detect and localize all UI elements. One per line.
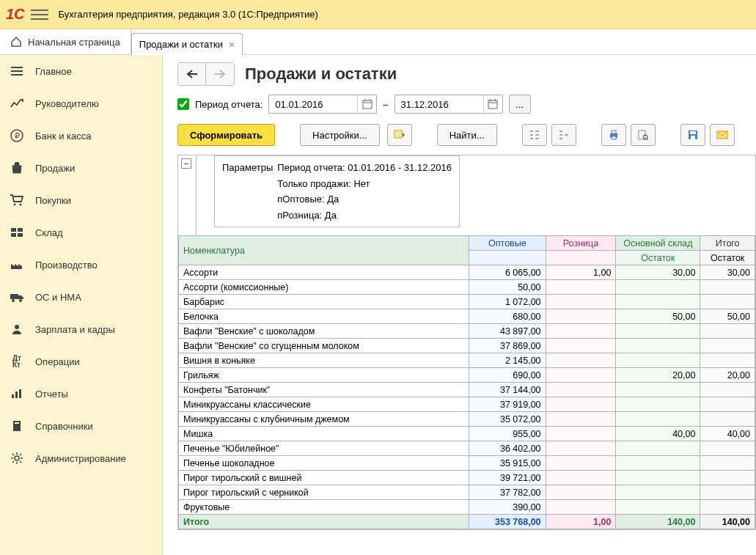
table-row[interactable]: Ассорти (комиссионные)50,00 bbox=[179, 280, 755, 295]
table-row[interactable]: Мишка955,0040,0040,00 bbox=[179, 427, 755, 441]
table-row[interactable]: Ассорти6 065,001,0030,0030,00 bbox=[179, 265, 755, 280]
cell-roz bbox=[546, 353, 616, 368]
table-row[interactable]: Вишня в коньяке2 145,00 bbox=[179, 353, 755, 368]
table-row[interactable]: Вафли "Венские" со сгущенным молоком37 8… bbox=[179, 339, 755, 353]
sidebar-label: ОС и НМА bbox=[35, 292, 81, 303]
chart-icon bbox=[9, 95, 25, 111]
person-icon bbox=[9, 321, 25, 337]
menu-icon[interactable] bbox=[31, 6, 48, 23]
table-row[interactable]: Печенье шоколадное35 915,00 bbox=[179, 456, 755, 471]
table-row[interactable]: Вафли "Венские" с шоколадом43 897,00 bbox=[179, 324, 755, 339]
options-dropdown-button[interactable] bbox=[387, 124, 412, 146]
data-table: Номенклатура Оптовые Розница Основной ск… bbox=[178, 235, 755, 529]
sidebar-item-2[interactable]: ₽Банк и касса bbox=[0, 120, 162, 152]
table-row[interactable]: Миникруассаны классические37 919,00 bbox=[179, 397, 755, 412]
cell-opt: 1 072,00 bbox=[469, 295, 546, 309]
settings-button[interactable]: Настройки... bbox=[300, 124, 380, 146]
table-row[interactable]: Миникруассаны с клубничным джемом35 072,… bbox=[179, 412, 755, 427]
sidebar-item-0[interactable]: Главное bbox=[0, 55, 162, 87]
table-row[interactable]: Печенье "Юбилейное"36 402,00 bbox=[179, 441, 755, 456]
sidebar-label: Отчеты bbox=[35, 389, 68, 400]
date-to-box bbox=[394, 95, 503, 114]
sidebar-item-6[interactable]: Производство bbox=[0, 249, 162, 281]
expand-tree-button[interactable] bbox=[522, 124, 547, 146]
tab-active[interactable]: Продажи и остатки × bbox=[131, 33, 243, 55]
table-row[interactable]: Барбарис1 072,00 bbox=[179, 295, 755, 309]
gear-icon bbox=[9, 450, 25, 466]
back-button[interactable] bbox=[178, 63, 206, 85]
svg-rect-28 bbox=[612, 131, 616, 133]
find-button[interactable]: Найти... bbox=[437, 124, 497, 146]
cell-sklad bbox=[616, 383, 700, 397]
col-warehouse[interactable]: Основной склад bbox=[616, 236, 700, 251]
cell-sklad bbox=[616, 500, 700, 515]
cell-roz bbox=[546, 295, 616, 309]
calendar-icon[interactable] bbox=[483, 95, 502, 113]
cell-name: Пирог тирольский с черникой bbox=[179, 485, 469, 500]
app-bar: 1C Бухгалтерия предприятия, редакция 3.0… bbox=[0, 0, 756, 29]
sidebar-item-12[interactable]: Администрирование bbox=[0, 442, 162, 474]
cell-name: Мишка bbox=[179, 427, 469, 441]
sidebar-item-1[interactable]: Руководителю bbox=[0, 87, 162, 120]
param-line: пРозница: Да bbox=[277, 208, 452, 223]
period-checkbox[interactable] bbox=[177, 98, 189, 110]
cell-sklad bbox=[616, 456, 700, 471]
print-button[interactable] bbox=[601, 124, 626, 146]
table-row[interactable]: Пирог тирольский с черникой37 782,00 bbox=[179, 485, 755, 500]
sidebar-item-5[interactable]: Склад bbox=[0, 216, 162, 249]
sidebar-item-4[interactable]: Покупки bbox=[0, 184, 162, 216]
cell-sklad bbox=[616, 353, 700, 368]
date-to-input[interactable] bbox=[395, 99, 483, 110]
cell-roz bbox=[546, 397, 616, 412]
cell-name: Грильяж bbox=[179, 368, 469, 383]
sidebar-item-7[interactable]: ОС и НМА bbox=[0, 281, 162, 313]
cell-name: Белочка bbox=[179, 309, 469, 324]
tab-home[interactable]: Начальная страница bbox=[0, 29, 131, 54]
col-nomenclature[interactable]: Номенклатура bbox=[179, 236, 469, 265]
table-row[interactable]: Конфеты "Батончик"37 144,00 bbox=[179, 383, 755, 397]
table-row[interactable]: Фруктовые390,00 bbox=[179, 500, 755, 515]
tabs-row: Начальная страница Продажи и остатки × bbox=[0, 29, 756, 55]
table-row[interactable]: Белочка680,0050,0050,00 bbox=[179, 309, 755, 324]
cell-name: Ассорти bbox=[179, 265, 469, 280]
cell-roz bbox=[546, 485, 616, 500]
table-row[interactable]: Грильяж690,0020,0020,00 bbox=[179, 368, 755, 383]
collapse-toggle[interactable]: − bbox=[181, 158, 191, 169]
sidebar-item-8[interactable]: Зарплата и кадры bbox=[0, 313, 162, 345]
col-total[interactable]: Итого bbox=[700, 236, 755, 251]
svg-point-9 bbox=[12, 299, 15, 302]
period-picker-button[interactable]: ... bbox=[509, 95, 531, 114]
cell-sklad bbox=[616, 441, 700, 456]
table-row[interactable]: Пирог тирольский с вишней39 721,00 bbox=[179, 471, 755, 485]
email-button[interactable] bbox=[710, 124, 735, 146]
sidebar-item-9[interactable]: ДтКтОперации bbox=[0, 345, 162, 378]
svg-point-17 bbox=[15, 456, 19, 460]
sidebar: ГлавноеРуководителю₽Банк и кассаПродажиП… bbox=[0, 55, 163, 555]
close-icon[interactable]: × bbox=[229, 39, 235, 51]
sidebar-item-11[interactable]: Справочники bbox=[0, 410, 162, 442]
generate-button[interactable]: Сформировать bbox=[177, 124, 275, 146]
preview-button[interactable] bbox=[631, 124, 656, 146]
cell-opt: 6 065,00 bbox=[469, 265, 546, 280]
dtkt-icon: ДтКт bbox=[9, 353, 25, 370]
cell-name: Фруктовые bbox=[179, 500, 469, 515]
svg-rect-22 bbox=[488, 100, 497, 109]
svg-text:₽: ₽ bbox=[15, 131, 20, 140]
svg-rect-26 bbox=[394, 131, 402, 138]
calendar-icon[interactable] bbox=[357, 95, 376, 113]
cell-opt: 37 869,00 bbox=[469, 339, 546, 353]
col-wholesale[interactable]: Оптовые bbox=[469, 236, 546, 251]
save-button[interactable] bbox=[680, 124, 705, 146]
date-from-input[interactable] bbox=[269, 99, 357, 110]
collapse-tree-button[interactable] bbox=[551, 124, 576, 146]
col-retail[interactable]: Розница bbox=[546, 236, 616, 251]
subhead-ostatok-itogo: Остаток bbox=[700, 251, 755, 265]
forward-button[interactable] bbox=[206, 63, 234, 85]
sidebar-item-10[interactable]: Отчеты bbox=[0, 378, 162, 410]
cell-name: Пирог тирольский с вишней bbox=[179, 471, 469, 485]
sidebar-item-3[interactable]: Продажи bbox=[0, 152, 162, 184]
period-dash: – bbox=[383, 99, 388, 110]
sidebar-label: Продажи bbox=[35, 163, 75, 174]
svg-rect-5 bbox=[18, 228, 23, 232]
cell-sklad: 40,00 bbox=[616, 427, 700, 441]
